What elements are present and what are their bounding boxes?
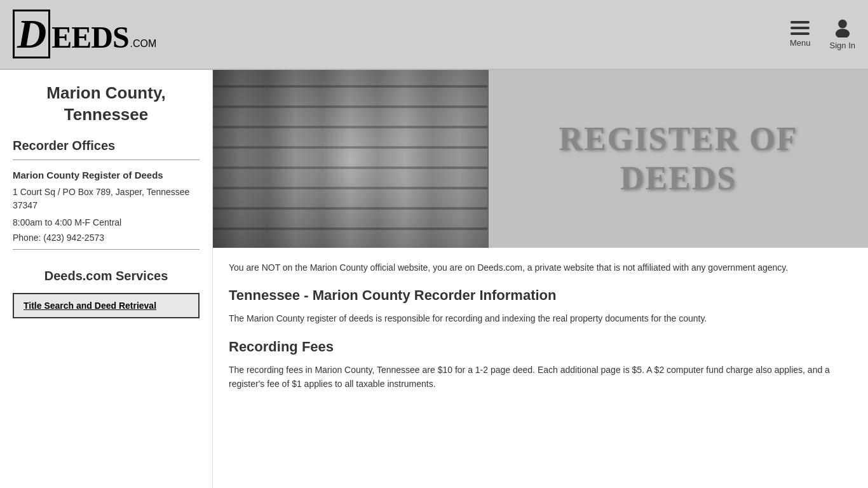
person-icon <box>833 18 852 37</box>
hero-shelves <box>213 70 487 248</box>
county-title: Marion County, Tennessee <box>13 83 200 126</box>
site-header: DEEDS .COM Menu Sign In <box>0 0 868 70</box>
deeds-services-section: Deeds.com Services Title Search and Deed… <box>13 269 200 318</box>
title-search-link[interactable]: Title Search and Deed Retrieval <box>13 293 200 318</box>
hero-sign: REGISTER OFDEEDS <box>489 70 868 248</box>
main-heading: Tennessee - Marion County Recorder Infor… <box>229 287 852 304</box>
content-area: REGISTER OFDEEDS You are NOT on the Mari… <box>213 70 868 488</box>
deeds-services-title: Deeds.com Services <box>13 269 200 283</box>
office-address: 1 Court Sq / PO Box 789, Jasper, Tenness… <box>13 186 200 212</box>
logo-eeds: EEDS <box>51 20 128 54</box>
svg-point-0 <box>838 20 847 29</box>
signin-label: Sign In <box>830 41 855 50</box>
header-nav: Menu Sign In <box>790 18 855 50</box>
main-content: You are NOT on the Marion County officia… <box>213 248 868 404</box>
register-of-deeds-sign: REGISTER OFDEEDS <box>559 119 798 199</box>
sidebar-divider-1 <box>13 159 200 160</box>
fees-heading: Recording Fees <box>229 339 852 355</box>
menu-label: Menu <box>790 38 811 48</box>
logo[interactable]: DEEDS .COM <box>13 14 156 55</box>
hero-image: REGISTER OFDEEDS <box>213 70 868 248</box>
office-phone: Phone: (423) 942-2573 <box>13 233 200 243</box>
office-hours: 8:00am to 4:00 M-F Central <box>13 217 200 227</box>
sidebar: Marion County, Tennessee Recorder Office… <box>0 70 213 488</box>
signin-button[interactable]: Sign In <box>830 18 855 50</box>
fees-text: The recording fees in Marion County, Ten… <box>229 363 852 391</box>
sidebar-divider-2 <box>13 249 200 250</box>
logo-text: DEEDS <box>13 14 129 55</box>
disclaimer-text: You are NOT on the Marion County officia… <box>229 261 852 274</box>
menu-button[interactable]: Menu <box>790 21 811 48</box>
svg-point-1 <box>836 29 850 37</box>
main-layout: Marion County, Tennessee Recorder Office… <box>0 70 868 488</box>
recorder-offices-title: Recorder Offices <box>13 139 200 153</box>
main-intro-text: The Marion County register of deeds is r… <box>229 311 852 325</box>
hamburger-icon <box>790 21 810 35</box>
logo-d: D <box>13 10 50 58</box>
logo-dotcom: .COM <box>130 38 157 50</box>
office-name: Marion County Register of Deeds <box>13 170 200 180</box>
